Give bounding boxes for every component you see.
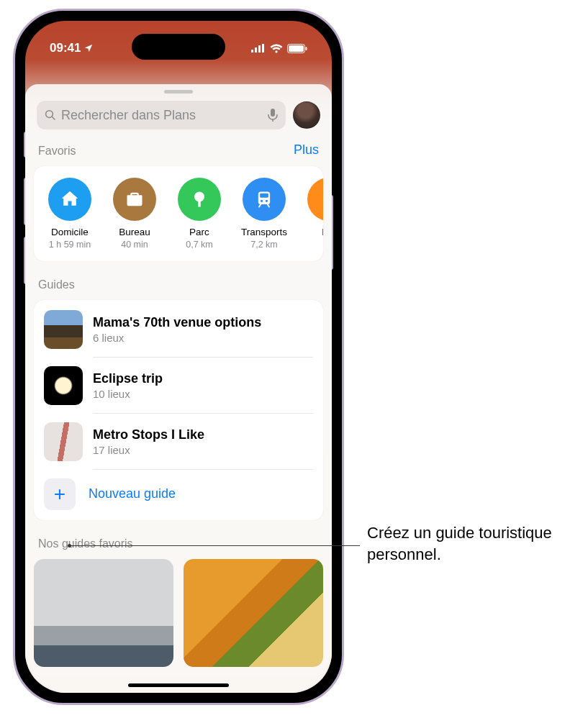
guides-section-title: Guides	[38, 278, 75, 291]
microphone-icon[interactable]	[267, 108, 279, 122]
home-icon	[48, 178, 91, 221]
favorite-label: Parc	[189, 227, 209, 238]
favorite-home[interactable]: Domicile 1 h 59 min	[45, 178, 94, 250]
guide-subtitle: 6 lieux	[93, 332, 261, 344]
favorites-section-title: Favoris	[38, 145, 76, 158]
guides-card: Mama's 70th venue options 6 lieux Eclips…	[34, 300, 323, 520]
transit-icon	[243, 178, 286, 221]
guide-subtitle: 10 lieux	[93, 388, 163, 400]
guide-item[interactable]: Metro Stops I Like 17 lieux	[34, 414, 323, 470]
new-guide-label: Nouveau guide	[89, 486, 176, 501]
favorite-subtitle: 1 h 59 min	[49, 240, 91, 250]
callout-leader-line	[69, 545, 360, 546]
favorites-more-button[interactable]: Plus	[294, 142, 319, 158]
new-guide-button[interactable]: + Nouveau guide	[34, 470, 323, 519]
search-sheet: Rechercher dans Plans Favoris Plus	[25, 84, 332, 693]
callout-text: Créez un guide touristique personnel.	[367, 522, 576, 565]
favorite-overflow-icon	[307, 178, 323, 221]
svg-rect-0	[251, 50, 253, 53]
guide-thumbnail	[44, 310, 83, 349]
svg-rect-1	[255, 47, 257, 53]
location-arrow-icon	[83, 43, 94, 53]
iphone-frame: 09:41	[13, 9, 344, 705]
svg-rect-3	[262, 44, 264, 53]
plus-icon: +	[44, 478, 76, 510]
favorite-work[interactable]: Bureau 40 min	[110, 178, 159, 250]
home-indicator[interactable]	[128, 683, 229, 687]
svg-rect-12	[198, 201, 201, 206]
search-input[interactable]: Rechercher dans Plans	[37, 101, 286, 129]
status-time: 09:41	[50, 41, 81, 55]
sheet-grabber[interactable]	[164, 90, 193, 94]
guide-thumbnail	[44, 366, 83, 405]
favorite-transit[interactable]: Transports 7,2 km	[240, 178, 289, 250]
svg-rect-2	[258, 45, 261, 53]
guide-title: Mama's 70th venue options	[93, 315, 261, 330]
guide-item[interactable]: Mama's 70th venue options 6 lieux	[34, 301, 323, 358]
guide-subtitle: 17 lieux	[93, 444, 204, 456]
favorite-subtitle: 40 min	[121, 240, 148, 250]
profile-avatar[interactable]	[293, 101, 320, 129]
favorite-label: Bureau	[119, 227, 150, 238]
favorite-label: Transports	[241, 227, 287, 238]
curated-guide-card[interactable]	[34, 559, 173, 667]
svg-point-14	[261, 200, 263, 202]
svg-line-8	[52, 117, 55, 119]
guide-title: Metro Stops I Like	[93, 427, 204, 442]
svg-rect-16	[260, 194, 268, 198]
bottom-section-title: Nos guides favoris	[38, 537, 133, 550]
dynamic-island	[132, 34, 225, 60]
guide-title: Eclipse trip	[93, 371, 163, 386]
favorite-park[interactable]: Parc 0,7 km	[175, 178, 224, 250]
favorite-subtitle: 0,7 km	[186, 240, 213, 250]
battery-icon	[287, 44, 307, 53]
svg-point-11	[194, 192, 204, 202]
favorites-card: Domicile 1 h 59 min Bureau 40 min	[34, 166, 323, 261]
guide-item[interactable]: Eclipse trip 10 lieux	[34, 358, 323, 414]
tree-icon	[178, 178, 221, 221]
wifi-icon	[270, 44, 283, 53]
cellular-signal-icon	[251, 44, 266, 53]
guide-thumbnail	[44, 422, 83, 461]
search-placeholder: Rechercher dans Plans	[61, 108, 196, 123]
briefcase-icon	[113, 178, 156, 221]
favorite-overflow[interactable]: Boi 3,	[304, 178, 323, 250]
svg-rect-6	[306, 47, 307, 50]
svg-point-15	[266, 200, 268, 202]
svg-rect-9	[271, 109, 275, 117]
screen: 09:41	[25, 21, 332, 693]
favorite-label: Boi	[322, 227, 323, 238]
search-icon	[44, 109, 57, 122]
svg-rect-5	[289, 45, 304, 52]
curated-guide-card[interactable]	[184, 559, 323, 667]
favorite-label: Domicile	[51, 227, 89, 238]
favorite-subtitle: 7,2 km	[250, 240, 278, 250]
favorites-scroller[interactable]: Domicile 1 h 59 min Bureau 40 min	[34, 168, 323, 260]
